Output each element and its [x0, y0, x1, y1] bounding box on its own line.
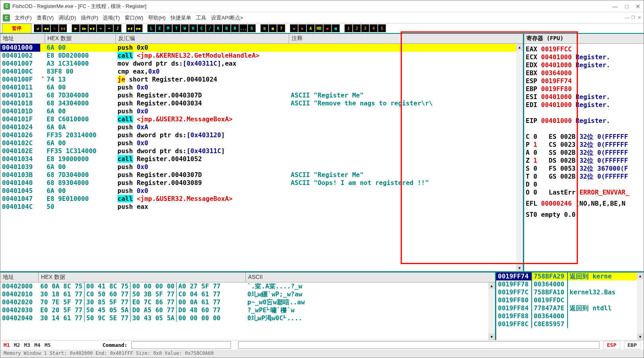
flag-line[interactable]: T 0 GS 002B 32位 0(FFFFFF: [526, 173, 642, 181]
toolbar-btn[interactable]: 3: [361, 24, 369, 32]
toolbar-btn[interactable]: ?: [277, 24, 285, 32]
disasm-scrollbar[interactable]: ▲▼: [516, 44, 523, 271]
flag-line[interactable]: D 0: [526, 181, 642, 189]
register-line[interactable]: [526, 125, 642, 133]
marker-m5[interactable]: M5: [45, 342, 51, 348]
toolbar-btn[interactable]: 2: [353, 24, 361, 32]
toolbar-btn[interactable]: ◀◀: [42, 24, 50, 32]
minimize-button[interactable]: —: [613, 3, 618, 10]
toolbar-btn[interactable]: T: [172, 24, 180, 32]
menu-options[interactable]: 选项(T): [103, 14, 120, 21]
flag-line[interactable]: P 1 CS 0023 32位 0(FFFFFF: [526, 141, 642, 149]
flag-line[interactable]: Z 1 DS 002B 32位 0(FFFFFF: [526, 157, 642, 165]
command-output[interactable]: [238, 341, 599, 349]
toolbar-btn[interactable]: ⤴: [114, 24, 121, 32]
disasm-row[interactable]: 004010396A 00push 0x0: [0, 163, 516, 171]
toolbar-btn[interactable]: K: [214, 24, 222, 32]
toolbar-btn[interactable]: W: [181, 24, 189, 32]
marker-m3[interactable]: M3: [24, 342, 30, 348]
toolbar-btn[interactable]: HD: [315, 24, 323, 32]
menu-debug[interactable]: 调试(D): [59, 14, 76, 21]
hex-row[interactable]: 0040204030 14 61 77│50 9C 5E 77│30 43 05…: [0, 314, 488, 322]
disasm-row[interactable]: 0040104C50push eax: [0, 203, 516, 211]
close-button[interactable]: ✕: [636, 3, 640, 10]
register-line[interactable]: ECX 00401000 Register.: [526, 53, 642, 61]
register-line[interactable]: EAX 0019FFCC: [526, 45, 642, 53]
disasm-row[interactable]: 00401034E8 19000000call Register.0040105…: [0, 155, 516, 163]
disasm-row[interactable]: 004010456A 00push 0x0: [0, 187, 516, 195]
menu-file[interactable]: 文件(F): [15, 14, 32, 21]
command-input[interactable]: [131, 341, 231, 349]
disasm-row[interactable]: 004010006A 00push 0x0: [0, 44, 516, 52]
toolbar-btn[interactable]: ▶▮: [88, 24, 96, 32]
disassembly-pane[interactable]: 地址 HEX 数据 反汇编 注释 004010006A 00push 0x000…: [0, 34, 524, 271]
stack-row[interactable]: 0019FF8CC8E85957: [496, 320, 637, 328]
stack-scrollbar[interactable]: ▲▼: [637, 272, 644, 340]
hex-row[interactable]: 0040202070 7E 5F 77│30 85 5F 77│E0 7C 86…: [0, 298, 488, 306]
disasm-row[interactable]: 0040104068 89304000push Register.0040308…: [0, 179, 516, 187]
register-line[interactable]: EDI 00401000 Register.: [526, 101, 642, 109]
stack-row[interactable]: 0019FF8477847A7E返回到 ntdll: [496, 304, 637, 312]
disasm-row[interactable]: 0040101368 7D304000push Register.0040307…: [0, 91, 516, 99]
toolbar-btn[interactable]: 1: [345, 24, 352, 32]
disasm-row[interactable]: 00401047E8 9E010000call <jmp.&USER32.Mes…: [0, 195, 516, 203]
toolbar-btn[interactable]: ▦: [269, 24, 277, 32]
stack-row[interactable]: 0019FF7C758BFA10kernel32.Bas: [496, 288, 637, 296]
disasm-row[interactable]: 0040100C83F8 00cmp eax,0x0: [0, 68, 516, 76]
toolbar-btn[interactable]: ⇄: [290, 24, 298, 32]
hex-row[interactable]: 00402030E0 20 5F 77│50 45 05 5A│D0 A5 60…: [0, 306, 488, 314]
toolbar-btn[interactable]: ▶▮: [126, 24, 134, 32]
toolbar-btn[interactable]: ⇅: [298, 24, 306, 32]
register-line[interactable]: EBP 0019FF80: [526, 85, 642, 93]
toolbar-btn[interactable]: ▮▮: [59, 24, 67, 32]
flag-line[interactable]: O 0 LastErr ERROR_ENVVAR_: [526, 189, 642, 197]
marker-m2[interactable]: M2: [14, 342, 20, 348]
toolbar-btn[interactable]: ▶▶: [135, 24, 143, 32]
toolbar-btn[interactable]: ✕: [51, 24, 59, 32]
stack-row[interactable]: 0019FF7800364000: [496, 280, 637, 288]
toolbar-btn[interactable]: ↷: [97, 24, 105, 32]
toolbar-btn[interactable]: R: [231, 24, 239, 32]
stack-row[interactable]: 0019FF74758BFA29返回到 kerne: [496, 272, 637, 280]
register-line[interactable]: EIP 00401000 Register.: [526, 117, 642, 125]
toolbar-btn[interactable]: A: [307, 24, 315, 32]
menu-apibreak[interactable]: 设置API断点>: [211, 14, 243, 21]
disasm-row[interactable]: 0040102EFF35 1C314000push dword ptr ds:[…: [0, 147, 516, 155]
toolbar-btn[interactable]: ▮▶: [80, 24, 88, 32]
toolbar-btn[interactable]: /: [206, 24, 214, 32]
hex-scrollbar[interactable]: ▲▼: [488, 282, 495, 340]
hex-row[interactable]: 0040200060 0A 8C 75│00 41 8C 75│00 00 00…: [0, 282, 488, 290]
register-line[interactable]: ESI 00401000 Register.: [526, 93, 642, 101]
mdi-close[interactable]: ✕: [638, 15, 641, 20]
disasm-row[interactable]: 0040101FE8 C6010000call <jmp.&USER32.Mes…: [0, 115, 516, 123]
toolbar-btn[interactable]: ...: [239, 24, 247, 32]
toolbar-btn[interactable]: E: [156, 24, 164, 32]
toolbar-btn[interactable]: 4: [370, 24, 378, 32]
toolbar-btn[interactable]: ↺: [34, 24, 42, 32]
mdi-restore[interactable]: ❐: [631, 15, 635, 20]
marker-m4[interactable]: M4: [34, 342, 41, 348]
marker-m1[interactable]: M1: [4, 342, 10, 348]
toolbar-btn[interactable]: ◉: [323, 24, 331, 32]
toolbar-btn[interactable]: S: [248, 24, 256, 32]
toolbar-btn[interactable]: M: [164, 24, 172, 32]
toolbar-btn[interactable]: L: [147, 24, 155, 32]
esp-button[interactable]: ESP: [603, 341, 620, 349]
toolbar-btn[interactable]: ▶: [72, 24, 80, 32]
register-line[interactable]: ESP 0019FF74: [526, 77, 642, 85]
flag-line[interactable]: C 0 ES 002B 32位 0(FFFFFF: [526, 133, 642, 141]
toolbar-btn[interactable]: H: [189, 24, 197, 32]
toolbar-btn[interactable]: ↶: [105, 24, 113, 32]
toolbar-btn[interactable]: B: [223, 24, 231, 32]
disasm-row[interactable]: 0040103B68 7D304000push Register.0040307…: [0, 171, 516, 179]
menu-help[interactable]: 帮助(H): [148, 14, 166, 21]
disasm-row[interactable]: 0040101D6A 00push 0x0: [0, 107, 516, 115]
register-line[interactable]: EBX 00364000: [526, 69, 642, 77]
disasm-row[interactable]: 00401007A3 1C314000mov dword ptr ds:[0x4…: [0, 60, 516, 68]
disasm-row[interactable]: 0040102C6A 00push 0x0: [0, 139, 516, 147]
menu-shortcut[interactable]: 快捷菜单: [170, 14, 191, 21]
flag-line[interactable]: S 0 FS 0053 32位 367000(F: [526, 165, 642, 173]
disasm-row[interactable]: 0040100F˅74 13je short Register.00401024: [0, 76, 516, 84]
toolbar-btn[interactable]: ≡: [260, 24, 268, 32]
menu-window[interactable]: 窗口(W): [125, 14, 143, 21]
